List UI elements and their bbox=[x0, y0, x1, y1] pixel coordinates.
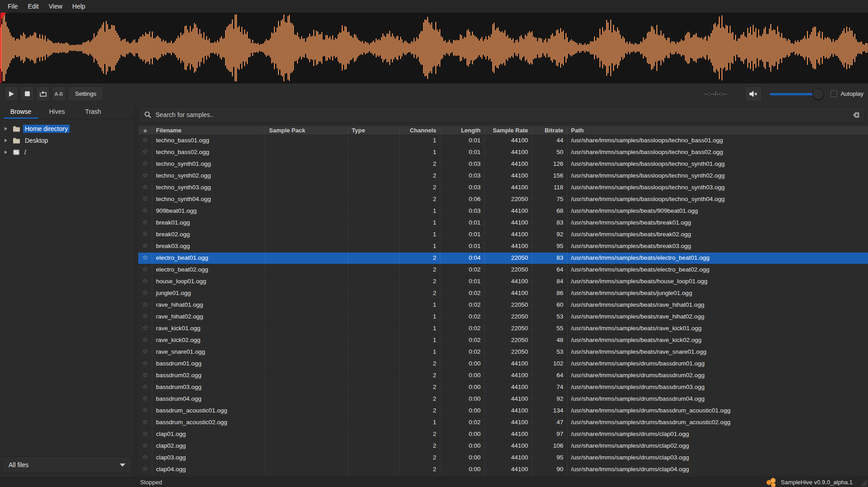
favorite-star-icon[interactable]: ☆ bbox=[138, 147, 152, 158]
column-header-sample_pack[interactable]: Sample Pack bbox=[265, 126, 348, 135]
favorite-star-icon[interactable]: ☆ bbox=[138, 288, 152, 299]
table-row[interactable]: ☆electro_beat02.ogg20:022205064/usr/shar… bbox=[138, 264, 868, 276]
favorite-star-icon[interactable]: ☆ bbox=[138, 276, 152, 287]
cell-length: 0:00 bbox=[440, 382, 485, 393]
settings-button[interactable]: Settings bbox=[68, 87, 104, 101]
table-row[interactable]: ☆jungle01.ogg20:024410086/usr/share/lmms… bbox=[138, 288, 868, 300]
file-filter-dropdown[interactable]: All files bbox=[2, 456, 132, 473]
favorite-star-icon[interactable]: ☆ bbox=[138, 300, 152, 311]
table-row[interactable]: ☆bassdrum01.ogg20:0044100102/usr/share/l… bbox=[138, 358, 868, 370]
favorite-star-icon[interactable]: ☆ bbox=[138, 382, 152, 393]
cell-filename: rave_snare01.ogg bbox=[152, 347, 265, 358]
column-header-filename[interactable]: Filename bbox=[152, 126, 265, 135]
table-row[interactable]: ☆bassdrum_acoustic01.ogg20:0044100134/us… bbox=[138, 405, 868, 417]
column-header-sample_rate[interactable]: Sample Rate bbox=[485, 126, 532, 135]
table-row[interactable]: ☆rave_hihat01.ogg10:022205060/usr/share/… bbox=[138, 300, 868, 311]
favorite-star-icon[interactable]: ☆ bbox=[138, 170, 152, 182]
table-row[interactable]: ☆bassdrum03.ogg20:004410074/usr/share/lm… bbox=[138, 382, 868, 393]
favorite-star-icon[interactable]: ☆ bbox=[138, 452, 152, 464]
favorite-star-icon[interactable]: ☆ bbox=[138, 429, 152, 440]
ab-repeat-button[interactable]: A‑B bbox=[52, 87, 66, 101]
favorite-star-icon[interactable]: ☆ bbox=[138, 440, 152, 452]
table-row[interactable]: ☆bassdrum_acoustic02.ogg10:024410047/usr… bbox=[138, 417, 868, 429]
favorite-star-icon[interactable]: ☆ bbox=[138, 159, 152, 170]
favorite-star-icon[interactable]: ☆ bbox=[138, 464, 152, 475]
table-row[interactable]: ☆techno_synth02.ogg20:0344100156/usr/sha… bbox=[138, 170, 868, 182]
expander-icon[interactable] bbox=[5, 139, 7, 142]
volume-knob[interactable] bbox=[812, 88, 824, 100]
column-header-star[interactable]: ★ bbox=[138, 126, 152, 135]
expander-icon[interactable] bbox=[5, 127, 7, 131]
favorite-star-icon[interactable]: ☆ bbox=[138, 229, 152, 240]
column-header-channels[interactable]: Channels bbox=[400, 126, 440, 135]
table-row[interactable]: ☆techno_synth04.ogg20:062205075/usr/shar… bbox=[138, 194, 868, 206]
favorite-star-icon[interactable]: ☆ bbox=[138, 358, 152, 370]
favorite-star-icon[interactable]: ☆ bbox=[138, 311, 152, 323]
tab-browse[interactable]: Browse bbox=[3, 104, 39, 119]
table-row[interactable]: ☆house_loop01.ogg20:014410084/usr/share/… bbox=[138, 276, 868, 288]
table-row[interactable]: ☆break03.ogg10:014410095/usr/share/lmms/… bbox=[138, 241, 868, 253]
table-row[interactable]: ☆bassdrum04.ogg20:004410092/usr/share/lm… bbox=[138, 393, 868, 405]
volume-slider[interactable] bbox=[770, 88, 824, 100]
panel-splitter[interactable] bbox=[134, 104, 138, 477]
favorite-star-icon[interactable]: ☆ bbox=[138, 323, 152, 334]
table-row[interactable]: ☆break02.ogg10:014410092/usr/share/lmms/… bbox=[138, 229, 868, 241]
search-bar[interactable]: Search for samples.. bbox=[138, 107, 865, 123]
table-row[interactable]: ☆clap02.ogg20:0044100106/usr/share/lmms/… bbox=[138, 440, 868, 452]
table-row[interactable]: ☆rave_hihat02.ogg10:022205053/usr/share/… bbox=[138, 311, 868, 323]
column-header-type[interactable]: Type bbox=[348, 126, 400, 135]
column-header-length[interactable]: Length bbox=[440, 126, 485, 135]
loop-button[interactable] bbox=[36, 87, 50, 101]
table-row[interactable]: ☆break01.ogg10:014410083/usr/share/lmms/… bbox=[138, 217, 868, 229]
tree-item-home[interactable]: Home directory bbox=[0, 123, 134, 135]
favorite-star-icon[interactable]: ☆ bbox=[138, 182, 152, 193]
cell-path: /usr/share/lmms/samples/beats/jungle01.o… bbox=[567, 288, 868, 299]
table-row[interactable]: ☆techno_synth01.ogg20:0344100126/usr/sha… bbox=[138, 159, 868, 170]
favorite-star-icon[interactable]: ☆ bbox=[138, 393, 152, 405]
favorite-star-icon[interactable]: ☆ bbox=[138, 217, 152, 229]
tab-hives[interactable]: Hives bbox=[39, 104, 75, 119]
favorite-star-icon[interactable]: ☆ bbox=[138, 370, 152, 381]
table-row[interactable]: ☆909beat01.ogg10:034410068/usr/share/lmm… bbox=[138, 206, 868, 217]
menu-view[interactable]: View bbox=[44, 1, 67, 12]
stop-button[interactable] bbox=[20, 87, 34, 101]
favorite-star-icon[interactable]: ☆ bbox=[138, 417, 152, 428]
favorite-star-icon[interactable]: ☆ bbox=[138, 194, 152, 205]
column-header-path[interactable]: Path bbox=[567, 126, 868, 135]
table-row[interactable]: ☆techno_bass02.ogg10:014410050/usr/share… bbox=[138, 147, 868, 159]
table-row[interactable]: ☆clap04.ogg20:004410090/usr/share/lmms/s… bbox=[138, 464, 868, 476]
tab-trash[interactable]: Trash bbox=[75, 104, 111, 119]
favorite-star-icon[interactable]: ☆ bbox=[138, 335, 152, 346]
tree-item-root[interactable]: / bbox=[0, 146, 134, 158]
table-row[interactable]: ☆techno_synth03.ogg20:0344100118/usr/sha… bbox=[138, 182, 868, 194]
autoplay-checkbox[interactable] bbox=[830, 90, 837, 97]
favorite-star-icon[interactable]: ☆ bbox=[138, 241, 152, 252]
resize-grip[interactable] bbox=[859, 478, 867, 487]
table-row[interactable]: ☆rave_snare01.ogg10:022205053/usr/share/… bbox=[138, 347, 868, 358]
waveform-display[interactable] bbox=[0, 13, 868, 84]
table-row[interactable]: ☆electro_beat01.ogg20:042205083/usr/shar… bbox=[138, 253, 868, 264]
table-row[interactable]: ☆clap03.ogg20:004410095/usr/share/lmms/s… bbox=[138, 452, 868, 464]
menu-file[interactable]: File bbox=[3, 1, 23, 12]
favorite-star-icon[interactable]: ☆ bbox=[138, 405, 152, 417]
favorite-star-icon[interactable]: ☆ bbox=[138, 135, 152, 146]
favorite-star-icon[interactable]: ☆ bbox=[138, 264, 152, 276]
cell-sample_rate: 44100 bbox=[485, 452, 532, 464]
favorite-star-icon[interactable]: ☆ bbox=[138, 206, 152, 217]
clear-search-icon[interactable] bbox=[850, 112, 859, 118]
tree-item-desktop[interactable]: Desktop bbox=[0, 135, 134, 146]
favorite-star-icon[interactable]: ☆ bbox=[138, 347, 152, 358]
menu-edit[interactable]: Edit bbox=[23, 1, 44, 12]
table-row[interactable]: ☆clap01.ogg20:004410097/usr/share/lmms/s… bbox=[138, 429, 868, 440]
column-header-bitrate[interactable]: Bitrate bbox=[532, 126, 567, 135]
expander-icon[interactable] bbox=[5, 150, 7, 154]
mute-button[interactable] bbox=[745, 86, 762, 102]
table-row[interactable]: ☆bassdrum02.ogg20:004410064/usr/share/lm… bbox=[138, 370, 868, 382]
table-row[interactable]: ☆rave_kick01.ogg10:022205055/usr/share/l… bbox=[138, 323, 868, 335]
play-button[interactable] bbox=[5, 87, 18, 101]
menu-help[interactable]: Help bbox=[67, 1, 90, 12]
favorite-star-icon[interactable]: ☆ bbox=[138, 253, 152, 264]
cell-type bbox=[348, 393, 400, 405]
table-row[interactable]: ☆rave_kick02.ogg10:022205048/usr/share/l… bbox=[138, 335, 868, 347]
table-row[interactable]: ☆techno_bass01.ogg10:014410044/usr/share… bbox=[138, 135, 868, 147]
